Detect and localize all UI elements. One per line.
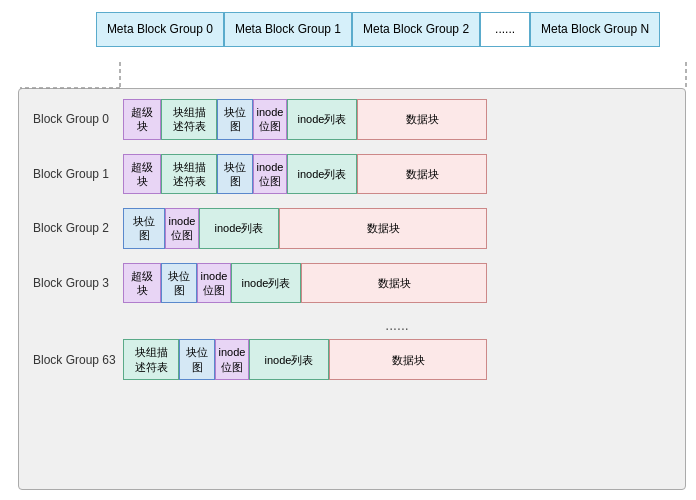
cell-0-2: 块位图 [217,99,253,140]
cell-1-4: inode列表 [287,154,357,195]
block-group-cells-0: 超级块块组描述符表块位图inode 位图inode列表数据块 [123,99,487,140]
block-group-cells-2: 块位图inode 位图inode列表数据块 [123,208,487,249]
block-group-label-3: Block Group 3 [33,276,123,290]
cell-3-3: inode列表 [231,263,301,304]
cell-1-1: 块组描述符表 [161,154,217,195]
cell-1-5: 数据块 [357,154,487,195]
block-group-cells-3: 超级块块位图inode 位图inode列表数据块 [123,263,487,304]
cell-4-0: 块组描述符表 [123,339,179,380]
block-group-label-4: Block Group 63 [33,353,123,367]
block-group-row-3: Block Group 3超级块块位图inode 位图inode列表数据块 [33,263,671,304]
block-group-label-2: Block Group 2 [33,221,123,235]
meta-block-4: Meta Block Group N [530,12,660,47]
block-group-cells-4: 块组描述符表块位图inode 位图inode列表数据块 [123,339,487,380]
block-group-label-1: Block Group 1 [33,167,123,181]
cell-2-3: 数据块 [279,208,487,249]
block-group-row-2: Block Group 2块位图inode 位图inode列表数据块 [33,208,671,249]
cell-3-1: 块位图 [161,263,197,304]
cell-2-0: 块位图 [123,208,165,249]
cell-0-5: 数据块 [357,99,487,140]
cell-1-0: 超级块 [123,154,161,195]
cell-0-3: inode 位图 [253,99,287,140]
block-group-row-1: Block Group 1超级块块组描述符表块位图inode 位图inode列表… [33,154,671,195]
block-group-cells-1: 超级块块组描述符表块位图inode 位图inode列表数据块 [123,154,487,195]
cell-4-2: inode 位图 [215,339,249,380]
cell-0-1: 块组描述符表 [161,99,217,140]
block-group-row-4: Block Group 63块组描述符表块位图inode 位图inode列表数据… [33,339,671,380]
block-group-row-0: Block Group 0超级块块组描述符表块位图inode 位图inode列表… [33,99,671,140]
block-group-label-0: Block Group 0 [33,112,123,126]
main-container: Block Group 0超级块块组描述符表块位图inode 位图inode列表… [18,88,686,490]
cell-2-2: inode列表 [199,208,279,249]
cell-4-1: 块位图 [179,339,215,380]
cell-1-2: 块位图 [217,154,253,195]
cell-0-4: inode列表 [287,99,357,140]
dots-separator: ...... [123,317,671,333]
meta-block-groups-row: Meta Block Group 0Meta Block Group 1Meta… [60,12,696,47]
cell-2-1: inode 位图 [165,208,199,249]
meta-block-0: Meta Block Group 0 [96,12,224,47]
meta-block-1: Meta Block Group 1 [224,12,352,47]
meta-block-3: ...... [480,12,530,47]
cell-3-2: inode 位图 [197,263,231,304]
cell-0-0: 超级块 [123,99,161,140]
cell-1-3: inode 位图 [253,154,287,195]
cell-4-4: 数据块 [329,339,487,380]
meta-block-2: Meta Block Group 2 [352,12,480,47]
cell-3-0: 超级块 [123,263,161,304]
cell-4-3: inode列表 [249,339,329,380]
cell-3-4: 数据块 [301,263,487,304]
